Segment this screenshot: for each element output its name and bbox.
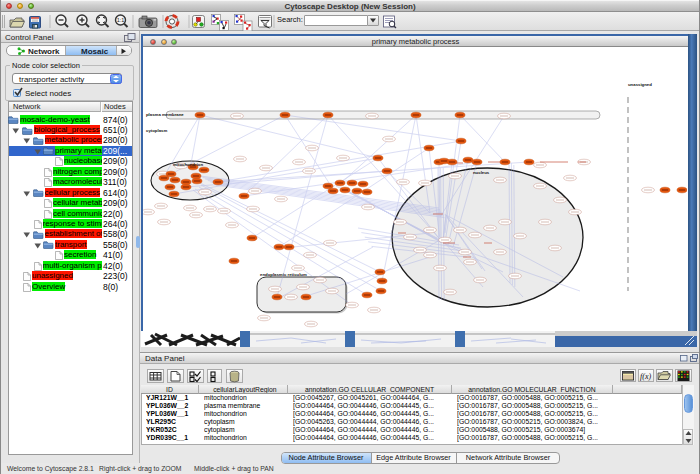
svg-text:nucleus: nucleus: [473, 170, 490, 175]
svg-text:cytoplasm: cytoplasm: [146, 128, 167, 133]
svg-text:unassigned: unassigned: [628, 82, 652, 87]
svg-text:plasma membrane: plasma membrane: [146, 112, 184, 117]
svg-text:endoplasmic reticulum: endoplasmic reticulum: [260, 272, 307, 277]
svg-text:1:1: 1:1: [117, 17, 125, 23]
svg-text:mitochondrion: mitochondrion: [173, 162, 203, 167]
svg-text:f(x): f(x): [640, 372, 651, 381]
